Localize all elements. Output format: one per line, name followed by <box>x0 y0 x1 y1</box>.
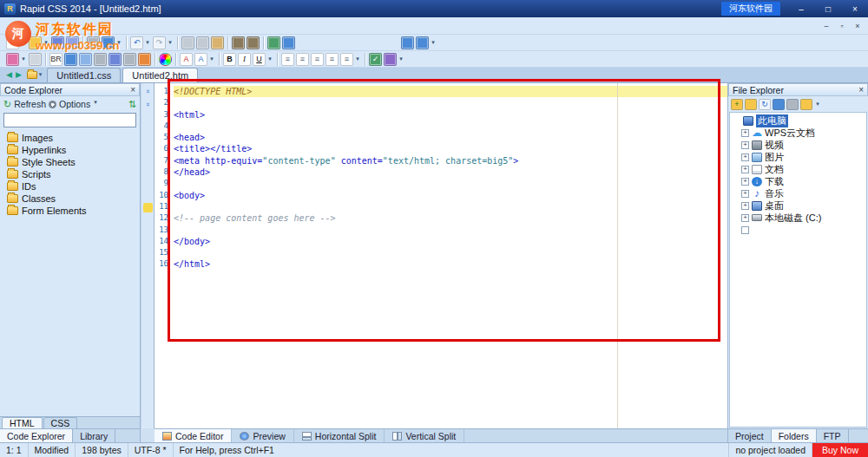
replace-icon[interactable] <box>247 36 260 49</box>
align-justify-icon[interactable]: ≡ <box>326 53 339 66</box>
code-line[interactable]: 10<body> <box>155 190 727 201</box>
code-line[interactable]: 6<title></title> <box>155 143 727 154</box>
undo-icon[interactable]: ↶ <box>130 36 143 49</box>
code-line[interactable]: 2 <box>155 97 727 108</box>
zoom-in-icon[interactable] <box>416 36 429 49</box>
expand-regions-icon[interactable]: » <box>143 100 153 109</box>
underline-menu-icon[interactable]: ▾ <box>266 53 273 66</box>
refresh-icon[interactable]: ↻ <box>3 99 11 110</box>
collapse-regions-icon[interactable]: « <box>143 87 153 96</box>
refresh-button[interactable]: Refresh <box>14 99 46 109</box>
tree-item[interactable]: ↓ 下载 <box>730 175 866 187</box>
tree-item[interactable]: Form Elements <box>7 205 140 217</box>
minimize-button[interactable]: – <box>790 2 812 16</box>
line-break-icon[interactable]: BR <box>49 53 62 66</box>
recent-files-dropdown-icon[interactable]: ▾ <box>39 71 43 78</box>
back-icon[interactable]: ◀ <box>6 70 12 79</box>
font-color-icon[interactable]: A <box>180 53 193 66</box>
browser-preview-icon[interactable] <box>102 36 115 49</box>
style-icon[interactable] <box>6 53 19 66</box>
document-tab[interactable]: Untitled2.htm <box>122 68 198 82</box>
panel-tab[interactable]: Library <box>73 429 115 442</box>
redo-menu-icon[interactable]: ▾ <box>167 36 174 49</box>
favorites-icon[interactable] <box>773 99 785 110</box>
tree-item[interactable]: 文档 <box>730 163 866 175</box>
code-line[interactable]: 16</html> <box>155 258 727 270</box>
code-line[interactable]: 1<!DOCTYPE HTML> <box>155 86 727 97</box>
code-line[interactable]: 5<head> <box>155 132 727 143</box>
tree-item[interactable]: 本地磁盘 (C:) <box>730 212 866 224</box>
forward-icon[interactable]: ▶ <box>16 70 22 79</box>
tree-item[interactable]: 此电脑 <box>730 114 866 127</box>
expand-icon[interactable] <box>741 202 749 210</box>
view-tab[interactable]: Vertical Split <box>385 429 464 442</box>
expand-icon[interactable] <box>741 153 749 161</box>
font-size-icon[interactable]: A <box>194 53 207 66</box>
image-icon[interactable] <box>79 53 92 66</box>
color-picker-icon[interactable] <box>159 53 172 66</box>
form-icon[interactable] <box>123 53 136 66</box>
code-line[interactable]: 8</head> <box>155 166 727 178</box>
browser-preview-menu-icon[interactable]: ▾ <box>115 36 122 49</box>
sort-icon[interactable]: ⇅ <box>128 99 136 110</box>
underline-icon[interactable]: U <box>253 53 266 66</box>
align-center-icon[interactable]: ≡ <box>296 53 309 66</box>
list-icon[interactable]: ≡ <box>340 53 353 66</box>
folder-options-menu-icon[interactable]: ▾ <box>814 99 821 110</box>
code-line[interactable]: 13 <box>155 225 727 236</box>
tree-item[interactable]: 视频 <box>730 139 866 151</box>
align-right-icon[interactable]: ≡ <box>311 53 324 66</box>
language-tab[interactable]: HTML <box>2 417 43 428</box>
maximize-button[interactable]: □ <box>817 2 839 16</box>
options-dropdown-icon[interactable]: ▾ <box>94 99 97 106</box>
code-line[interactable]: 9 <box>155 178 727 189</box>
copy-icon[interactable] <box>196 36 209 49</box>
close-panel-icon[interactable]: × <box>130 85 135 95</box>
filter-icon[interactable] <box>786 99 799 110</box>
tree-item[interactable]: ♪ 音乐 <box>730 187 866 199</box>
font-menu-icon[interactable]: ▾ <box>208 53 215 66</box>
mdi-close-icon[interactable]: × <box>851 20 865 31</box>
palette-icon[interactable] <box>29 53 42 66</box>
code-line[interactable]: 11 <box>155 201 727 212</box>
open-file-icon[interactable] <box>29 36 42 49</box>
italic-icon[interactable]: I <box>238 53 251 66</box>
code-editor[interactable]: 1<!DOCTYPE HTML>23<html>45<head>6<title>… <box>155 83 727 428</box>
close-panel-icon[interactable]: × <box>858 85 864 95</box>
spellcheck-icon[interactable]: ✓ <box>369 53 382 66</box>
panel-tab[interactable]: Project <box>728 429 772 442</box>
expand-icon[interactable] <box>741 226 749 234</box>
document-tab[interactable]: Untitled1.css <box>47 68 121 82</box>
more-menu-icon[interactable]: ▾ <box>398 53 404 66</box>
expand-icon[interactable] <box>741 166 749 173</box>
save-icon[interactable] <box>51 36 64 49</box>
cut-icon[interactable] <box>181 36 194 49</box>
paste-icon[interactable] <box>211 36 224 49</box>
anchor-icon[interactable] <box>64 53 77 66</box>
expand-icon[interactable] <box>741 214 749 222</box>
buy-now-button[interactable]: Buy Now <box>812 443 868 457</box>
view-tab[interactable]: Horizontal Split <box>294 429 385 442</box>
mdi-restore-icon[interactable]: ▫ <box>835 20 849 31</box>
horizontal-rule-icon[interactable] <box>94 53 107 66</box>
gear-icon[interactable] <box>49 101 56 108</box>
recent-files-icon[interactable] <box>27 71 37 79</box>
redo-icon[interactable]: ↷ <box>153 36 166 49</box>
goto-icon[interactable] <box>282 36 295 49</box>
list-menu-icon[interactable]: ▾ <box>354 53 361 66</box>
save-all-icon[interactable] <box>66 36 79 49</box>
new-folder-icon[interactable]: + <box>731 99 743 110</box>
undo-menu-icon[interactable]: ▾ <box>144 36 151 49</box>
expand-icon[interactable] <box>741 178 749 186</box>
code-line[interactable]: 7<meta http-equiv="content-type" content… <box>155 155 727 166</box>
folder-up-icon[interactable] <box>745 99 757 110</box>
table-icon[interactable] <box>108 53 122 66</box>
open-file-menu-icon[interactable]: ▾ <box>43 36 49 49</box>
expand-icon[interactable] <box>741 190 749 198</box>
panel-tab[interactable]: FTP <box>817 429 849 442</box>
code-line[interactable]: 14</body> <box>155 236 727 247</box>
new-document-icon[interactable] <box>6 36 19 49</box>
tree-item[interactable]: 桌面 <box>730 199 866 212</box>
code-hint-icon[interactable] <box>143 203 153 212</box>
validate-icon[interactable] <box>384 53 397 66</box>
